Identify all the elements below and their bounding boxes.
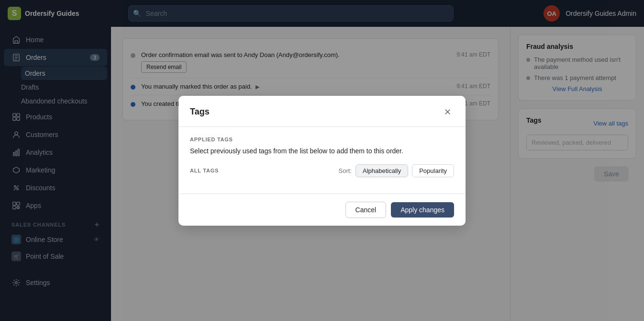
- applied-tags-desc: Select previously used tags from the lis…: [190, 147, 454, 155]
- sort-label: Sort:: [339, 167, 352, 174]
- modal-header: Tags ✕: [178, 96, 466, 127]
- all-tags-label: ALL TAGS: [190, 168, 219, 173]
- modal-body: APPLIED TAGS Select previously used tags…: [178, 127, 466, 194]
- modal-overlay[interactable]: Tags ✕ APPLIED TAGS Select previously us…: [0, 0, 644, 321]
- modal-close-button[interactable]: ✕: [441, 105, 454, 119]
- applied-tags-label: APPLIED TAGS: [190, 137, 454, 142]
- cancel-button[interactable]: Cancel: [345, 202, 387, 218]
- sort-alphabetically-button[interactable]: Alphabetically: [355, 164, 408, 177]
- modal-title: Tags: [190, 107, 210, 117]
- tags-modal: Tags ✕ APPLIED TAGS Select previously us…: [178, 96, 466, 226]
- all-tags-row: ALL TAGS Sort: Alphabetically Popularity: [190, 164, 454, 177]
- sort-row: Sort: Alphabetically Popularity: [339, 164, 455, 177]
- apply-changes-button[interactable]: Apply changes: [391, 202, 454, 218]
- sort-popularity-button[interactable]: Popularity: [412, 164, 454, 177]
- modal-footer: Cancel Apply changes: [178, 194, 466, 226]
